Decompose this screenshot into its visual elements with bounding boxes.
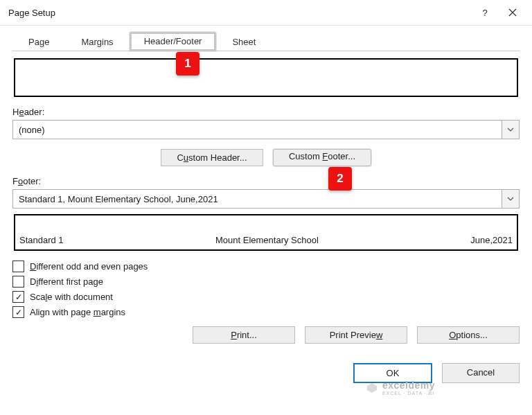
footer-preview-left: Standard 1 — [19, 235, 64, 245]
close-icon — [508, 8, 517, 17]
checkbox-align-with-margins[interactable] — [12, 306, 24, 318]
custom-header-button[interactable]: Custom Header... — [161, 149, 263, 166]
close-button[interactable] — [499, 2, 526, 23]
header-select-value: (none) — [13, 125, 502, 135]
dialog-title: Page Setup — [8, 8, 471, 18]
cancel-button[interactable]: Cancel — [442, 363, 520, 383]
tab-margins[interactable]: Margins — [65, 32, 129, 51]
options-button[interactable]: Options... — [417, 326, 520, 344]
svg-marker-0 — [367, 383, 377, 393]
footer-label: Footer: — [12, 176, 520, 186]
tab-header-footer[interactable]: Header/Footer — [130, 32, 217, 51]
watermark-brand: exceldemy — [382, 380, 435, 391]
options-checkboxes: Different odd and even pages Different f… — [12, 261, 520, 318]
footer-select-value: Standard 1, Mount Elementary School, Jun… — [13, 194, 502, 204]
logo-icon — [366, 382, 378, 394]
callout-2: 2 — [328, 167, 352, 191]
checkbox-different-odd-even[interactable] — [12, 261, 24, 272]
checkbox-different-first-page[interactable] — [12, 276, 24, 288]
page-setup-dialog: Page Setup ? Page Margins Header/Footer … — [0, 0, 532, 415]
help-button[interactable]: ? — [471, 2, 499, 23]
checkbox-label: Scale with document — [30, 292, 113, 302]
tab-sheet[interactable]: Sheet — [216, 32, 272, 51]
footer-preview: Standard 1 Mount Elementary School June,… — [14, 214, 518, 251]
footer-preview-right: June,2021 — [470, 235, 513, 245]
tab-bar: Page Margins Header/Footer Sheet 1 — [12, 31, 520, 51]
chevron-down-icon — [502, 121, 519, 139]
header-select[interactable]: (none) — [12, 120, 520, 139]
watermark: exceldemy EXCEL · DATA · BI — [366, 380, 435, 396]
print-preview-button[interactable]: Print Preview — [305, 326, 407, 344]
checkbox-label: Different odd and even pages — [30, 261, 148, 272]
print-button[interactable]: Print... — [193, 326, 295, 344]
checkbox-label: Different first page — [30, 276, 103, 287]
header-preview — [14, 58, 518, 97]
callout-1: 1 — [176, 52, 200, 76]
watermark-tag: EXCEL · DATA · BI — [382, 391, 435, 396]
checkbox-label: Align with page margins — [30, 307, 125, 317]
chevron-down-icon — [502, 190, 519, 208]
custom-footer-button[interactable]: Custom Footer... — [273, 149, 371, 166]
header-label: Header: — [12, 107, 520, 117]
checkbox-scale-with-document[interactable] — [12, 291, 24, 303]
titlebar: Page Setup ? — [0, 0, 532, 26]
footer-preview-center: Mount Elementary School — [215, 235, 319, 245]
footer-select[interactable]: Standard 1, Mount Elementary School, Jun… — [12, 189, 520, 209]
tab-page[interactable]: Page — [12, 32, 65, 51]
